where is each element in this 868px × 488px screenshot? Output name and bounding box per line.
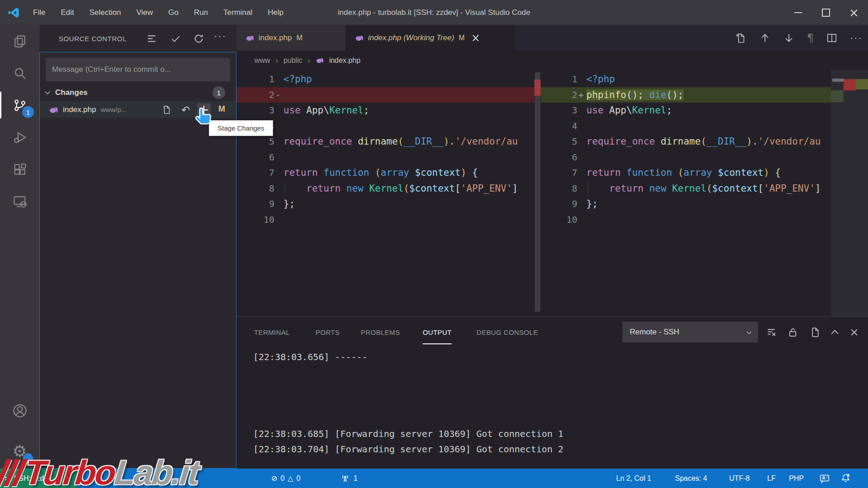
search-icon [13, 66, 27, 80]
view-as-tree-icon[interactable] [146, 33, 157, 44]
spaces-label: Spaces: 4 [675, 474, 707, 483]
menu-go[interactable]: Go [160, 0, 186, 25]
refresh-icon[interactable] [193, 33, 204, 44]
lock-auto-scroll-icon[interactable] [784, 317, 801, 347]
overview-ruler[interactable] [831, 70, 868, 316]
php-file-icon [355, 33, 364, 42]
code-line: 10 [236, 212, 534, 228]
breadcrumb-file[interactable]: index.php [329, 56, 360, 65]
code-line: 6 [236, 150, 534, 165]
activity-remote-explorer[interactable] [0, 185, 39, 217]
close-window-button[interactable]: × [840, 0, 868, 25]
output-line [253, 395, 863, 411]
breadcrumb-folder[interactable]: www [255, 56, 270, 65]
menu-edit[interactable]: Edit [53, 0, 81, 25]
open-log-file-icon[interactable] [807, 317, 823, 347]
discard-changes-icon[interactable]: ↶ [179, 103, 193, 117]
minimap-slider[interactable] [832, 79, 844, 82]
menu-file[interactable]: File [25, 0, 53, 25]
encoding-label: UTF-8 [729, 474, 750, 483]
commit-check-icon[interactable] [170, 33, 181, 44]
modified-status-badge: M [218, 104, 225, 114]
feedback-icon [819, 473, 830, 484]
menu-selection[interactable]: Selection [82, 0, 129, 25]
output-channel-select[interactable]: Remote - SSH [623, 322, 758, 343]
remote-indicator[interactable]: >< SSH: zzdev [0, 469, 77, 488]
language-mode[interactable]: PHP [789, 469, 804, 488]
code-line: 3use App\Kernel; [541, 103, 831, 118]
remote-explorer-icon [12, 194, 28, 209]
tab-label: index.php (Working Tree) [368, 33, 454, 42]
open-file-icon[interactable] [160, 103, 174, 117]
window-title: index.php - turbolab.it [SSH: zzdev] - V… [338, 8, 530, 17]
activity-settings[interactable]: ⚙ [0, 439, 39, 464]
notifications-button[interactable] [840, 469, 851, 488]
eol-label: LF [767, 474, 776, 483]
activity-search[interactable] [0, 57, 39, 89]
activity-source-control[interactable]: 1 [0, 89, 39, 121]
panel-tab-debug-console[interactable]: DEBUG CONSOLE [476, 317, 538, 347]
activity-extensions[interactable] [0, 153, 39, 185]
clear-output-icon[interactable] [763, 317, 779, 347]
commit-message-input[interactable]: Message (Ctrl+Enter to commit o... [46, 58, 230, 81]
panel-tab-problems[interactable]: PROBLEMS [361, 317, 400, 347]
changes-section-header[interactable]: Changes 1 [40, 84, 236, 101]
open-changes-icon[interactable] [735, 32, 747, 44]
previous-change-icon[interactable] [759, 32, 771, 44]
ports-indicator[interactable]: 1 [340, 469, 358, 488]
split-editor-icon[interactable] [826, 32, 838, 44]
output-line: [22:38:03.656] ------ [253, 349, 863, 365]
php-file-icon [316, 56, 324, 65]
menu-help[interactable]: Help [260, 0, 291, 25]
activity-explorer[interactable] [0, 25, 39, 57]
tab-index-php[interactable]: index.php M [236, 25, 346, 51]
more-actions-icon[interactable]: ··· [850, 32, 863, 44]
maximize-panel-icon[interactable] [826, 317, 843, 347]
panel-tab-ports[interactable]: PORTS [316, 317, 340, 347]
output-console[interactable]: [22:38:03.656] ------[22:38:03.685] [For… [253, 349, 863, 469]
code-line: 4 [236, 118, 534, 134]
indentation-setting[interactable]: Spaces: 4 [675, 469, 707, 488]
breadcrumb-folder[interactable]: public [283, 56, 302, 65]
encoding-setting[interactable]: UTF-8 [729, 469, 750, 488]
toggle-whitespace-icon[interactable]: ¶ [807, 32, 814, 44]
diff-original-pane[interactable]: 1<?php2-3use App\Kernel;45require_once d… [236, 70, 534, 316]
panel-tab-output[interactable]: OUTPUT [423, 317, 452, 347]
files-icon [13, 34, 27, 48]
code-line: 9}; [236, 196, 534, 212]
deleted-line-marker [534, 80, 541, 96]
panel-tab-terminal[interactable]: TERMINAL [254, 317, 290, 347]
title-bar: File Edit Selection View Go Run Terminal… [0, 0, 868, 25]
eol-setting[interactable]: LF [767, 469, 776, 488]
close-panel-icon[interactable] [846, 317, 862, 347]
close-tab-icon[interactable]: × [471, 33, 480, 43]
code-line: 4 [541, 118, 831, 134]
activity-run-debug[interactable] [0, 121, 39, 153]
code-line: 6 [541, 150, 831, 165]
activity-accounts[interactable] [0, 398, 39, 423]
diff-editor: 1<?php2-3use App\Kernel;45require_once d… [236, 70, 868, 316]
diff-modified-pane[interactable]: 1<?php2+phpinfo(); die();3use App\Kernel… [541, 70, 831, 316]
changed-file-name: index.php [63, 105, 96, 114]
error-icon: ⊘ [271, 474, 277, 483]
error-count: 0 [280, 474, 284, 483]
menu-terminal[interactable]: Terminal [216, 0, 260, 25]
code-line: 7return function (array $context) { [541, 165, 831, 181]
diff-scrollbar[interactable] [534, 70, 541, 316]
feedback-button[interactable] [819, 469, 830, 488]
next-change-icon[interactable] [783, 32, 795, 44]
maximize-button[interactable] [812, 0, 840, 25]
added-region-marker [831, 90, 844, 102]
scrollbar-slider[interactable] [535, 72, 540, 312]
more-actions-icon[interactable]: ··· [214, 30, 226, 42]
problems-indicator[interactable]: ⊘ 0 △ 0 [271, 469, 301, 488]
menu-view[interactable]: View [129, 0, 161, 25]
code-line: 2+phpinfo(); die(); [541, 87, 831, 103]
stage-changes-tooltip: Stage Changes [209, 120, 273, 136]
vscode-logo-icon [7, 6, 20, 19]
menu-run[interactable]: Run [186, 0, 216, 25]
minimize-button[interactable] [784, 0, 812, 25]
tab-index-php-working-tree[interactable]: index.php (Working Tree) M × [346, 25, 515, 51]
cursor-position[interactable]: Ln 2, Col 1 [616, 469, 651, 488]
status-bar: >< SSH: zzdev ⊘ 0 △ 0 1 Ln 2, Col 1 Spac… [0, 469, 868, 488]
